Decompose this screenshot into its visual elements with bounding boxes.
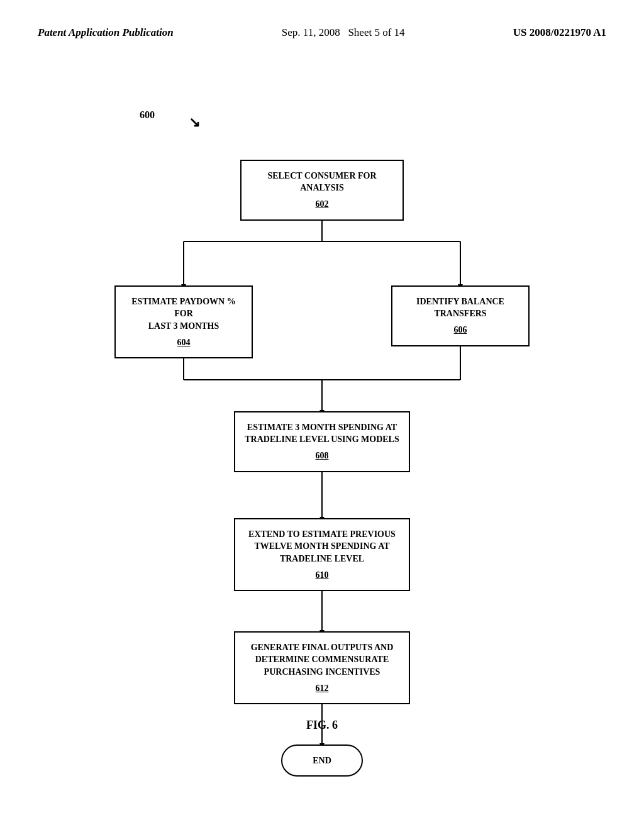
node-602-text: SELECT CONSUMER FORANALYSIS (267, 171, 376, 193)
figure-label: FIG. 6 (306, 719, 338, 732)
publication-date: Sep. 11, 2008 (282, 26, 340, 38)
node-606-id: 606 (399, 324, 522, 336)
node-612-text: GENERATE FINAL OUTPUTS ANDDETERMINE COMM… (251, 643, 394, 677)
page-header: Patent Application Publication Sep. 11, … (0, 0, 644, 40)
node-608-text: ESTIMATE 3 MONTH SPENDING ATTRADELINE LE… (245, 423, 399, 445)
node-604-text: ESTIMATE PAYDOWN % FORLAST 3 MONTHS (131, 297, 235, 331)
node-end: END (281, 744, 363, 777)
node-608-id: 608 (242, 450, 402, 462)
publication-label: Patent Application Publication (38, 25, 174, 40)
patent-number: US 2008/0221970 A1 (513, 25, 606, 40)
node-end-text: END (313, 756, 331, 765)
node-610: EXTEND TO ESTIMATE PREVIOUSTWELVE MONTH … (234, 518, 410, 591)
node-610-text: EXTEND TO ESTIMATE PREVIOUSTWELVE MONTH … (248, 529, 396, 563)
sheet-info: Sheet 5 of 14 (348, 26, 404, 38)
header-date-sheet: Sep. 11, 2008 Sheet 5 of 14 (282, 25, 405, 40)
node-604: ESTIMATE PAYDOWN % FORLAST 3 MONTHS 604 (114, 285, 253, 358)
node-608: ESTIMATE 3 MONTH SPENDING ATTRADELINE LE… (234, 411, 410, 472)
node-612: GENERATE FINAL OUTPUTS ANDDETERMINE COMM… (234, 631, 410, 704)
node-612-id: 612 (242, 682, 402, 695)
node-604-id: 604 (122, 336, 245, 349)
node-602: SELECT CONSUMER FORANALYSIS 602 (240, 160, 404, 221)
diagram-area: 600 ↘ SELECT CONSUMER FORANALYSIS 602 ES… (0, 53, 644, 782)
node-606: IDENTIFY BALANCETRANSFERS 606 (391, 285, 530, 346)
node-602-id: 602 (248, 198, 396, 211)
root-arrow: ↘ (189, 114, 200, 131)
node-610-id: 610 (242, 569, 402, 582)
node-606-text: IDENTIFY BALANCETRANSFERS (416, 297, 504, 319)
root-label: 600 (140, 109, 155, 121)
